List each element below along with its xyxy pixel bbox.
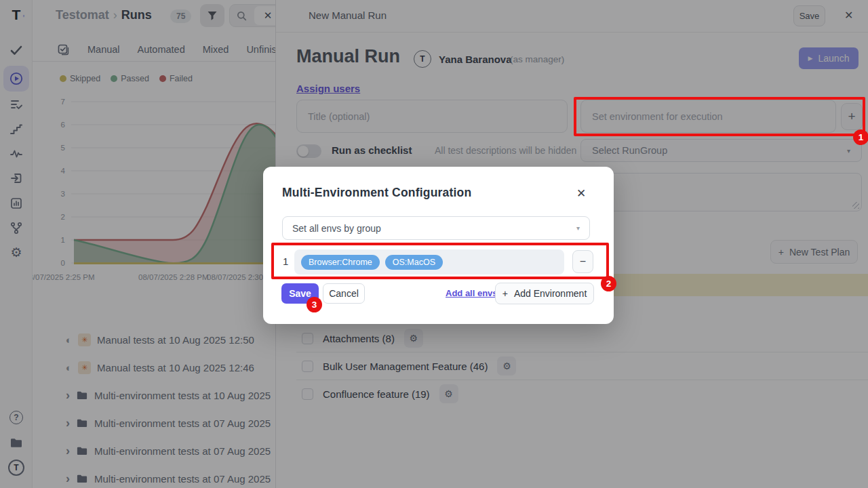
annotation-badge-1: 1 bbox=[853, 129, 868, 145]
close-icon[interactable]: ✕ bbox=[576, 186, 586, 201]
chevron-down-icon: ▾ bbox=[576, 224, 580, 232]
add-environment-button[interactable]: + Add Environment bbox=[495, 283, 594, 304]
plus-icon: + bbox=[502, 288, 508, 299]
annotation-box-1 bbox=[574, 97, 865, 136]
annotation-badge-2: 2 bbox=[601, 276, 616, 291]
add-all-envs-link[interactable]: Add all envs bbox=[446, 288, 498, 298]
annotation-badge-3: 3 bbox=[307, 297, 322, 312]
env-group-select[interactable]: Set all envs by group ▾ bbox=[282, 216, 590, 240]
app-root: T' ⚙ ? bbox=[0, 0, 868, 488]
modal-title: Multi-Environment Configuration bbox=[282, 186, 471, 200]
modal-cancel-button[interactable]: Cancel bbox=[323, 283, 365, 304]
annotation-box-2 bbox=[271, 243, 609, 279]
